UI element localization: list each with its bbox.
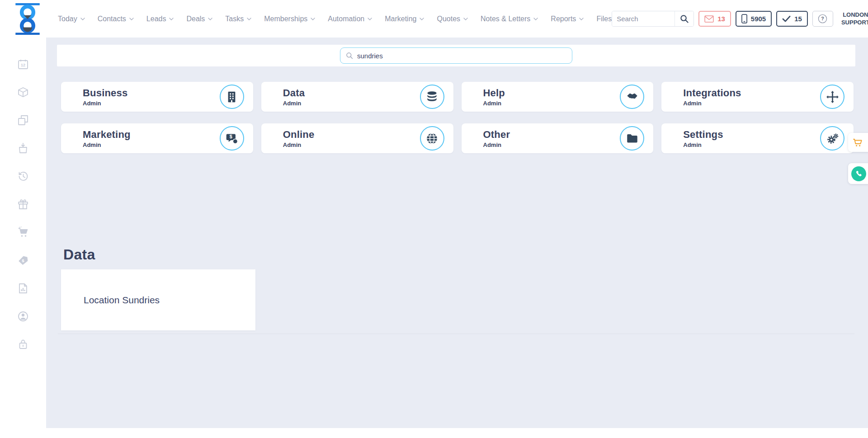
search-icon: [680, 14, 689, 23]
card-subtitle: Admin: [683, 141, 820, 148]
page-search-bar: [57, 45, 855, 66]
card-title: Marketing: [83, 129, 220, 141]
app-page: Today Contacts Leads Deals Tasks Members…: [0, 0, 868, 438]
phone-circle: [851, 166, 866, 181]
card-data[interactable]: Data Admin: [261, 82, 453, 112]
cart-widget-button[interactable]: [848, 133, 868, 152]
card-marketing[interactable]: Marketing Admin $: [61, 123, 253, 153]
global-search-input[interactable]: [612, 11, 675, 26]
history-icon[interactable]: [17, 170, 29, 182]
card-text: Data Admin: [283, 87, 420, 107]
body-row: 12 $: [0, 38, 868, 438]
admin-cards-grid: Business Admin Data Admin: [61, 82, 854, 153]
lock-icon[interactable]: [17, 339, 29, 350]
card-subtitle: Admin: [683, 100, 820, 107]
card-integrations[interactable]: Integrations Admin: [661, 82, 854, 112]
phone-icon: [855, 170, 863, 178]
database-icon: [420, 85, 444, 109]
card-title: Data: [283, 87, 420, 99]
global-search-box: [612, 11, 694, 27]
chevron-down-icon: [420, 18, 424, 20]
card-text: Other Admin: [483, 129, 620, 148]
globe-icon: [420, 126, 444, 151]
nav-label: Reports: [551, 15, 576, 23]
chevron-down-icon: [80, 18, 85, 20]
chevron-down-icon: [208, 18, 212, 20]
nav-item-deals[interactable]: Deals: [186, 15, 212, 23]
nav-item-files[interactable]: Files: [596, 15, 612, 23]
hourglass-logo-icon: [14, 3, 42, 35]
nav-label: Automation: [328, 15, 364, 23]
tasks-badge-button[interactable]: 15: [776, 11, 808, 27]
card-other[interactable]: Other Admin: [462, 123, 654, 153]
nav-item-memberships[interactable]: Memberships: [264, 15, 315, 23]
nav-item-leads[interactable]: Leads: [146, 15, 174, 23]
card-settings[interactable]: Settings Admin: [661, 123, 854, 153]
report-document-icon[interactable]: [17, 283, 29, 294]
card-title: Help: [483, 87, 620, 99]
card-title: Online: [283, 129, 420, 141]
mobile-phone-icon: [741, 14, 747, 24]
nav-item-quotes[interactable]: Quotes: [437, 15, 468, 23]
chevron-down-icon: [579, 18, 584, 20]
chevron-down-icon: [129, 18, 134, 20]
shopping-cart-icon[interactable]: [17, 226, 29, 238]
chevron-down-icon: [169, 18, 174, 20]
chevron-down-icon: [533, 18, 538, 20]
nav-item-marketing[interactable]: Marketing: [385, 15, 424, 23]
question-circle-icon: ?: [818, 14, 827, 24]
nav-item-today[interactable]: Today: [58, 15, 85, 23]
page-search-field: [340, 47, 572, 64]
card-business[interactable]: Business Admin: [61, 82, 253, 112]
gift-icon[interactable]: [17, 198, 29, 210]
card-text: Settings Admin: [683, 129, 820, 148]
comment-dollar-icon: $: [220, 126, 244, 151]
price-tag-dollar-icon[interactable]: $: [17, 254, 29, 266]
nav-item-reports[interactable]: Reports: [551, 15, 584, 23]
nav-item-tasks[interactable]: Tasks: [225, 15, 251, 23]
card-title: Business: [83, 87, 220, 99]
phone-badge-button[interactable]: 5905: [736, 11, 772, 27]
help-button[interactable]: ?: [812, 11, 833, 27]
card-text: Business Admin: [83, 87, 220, 107]
svg-text:$: $: [230, 134, 232, 139]
package-cube-icon[interactable]: [17, 86, 29, 98]
nav-label: Today: [58, 15, 77, 23]
nav-item-notes-letters[interactable]: Notes & Letters: [481, 15, 538, 23]
search-button[interactable]: [675, 11, 693, 26]
search-icon: [346, 52, 353, 59]
card-title: Integrations: [683, 87, 820, 99]
sidebar: 12 $: [0, 38, 46, 438]
search-result-item[interactable]: Location Sundries: [61, 269, 255, 330]
card-help[interactable]: Help Admin: [462, 82, 654, 112]
nav-label: Contacts: [98, 15, 126, 23]
section-heading: Data: [63, 246, 855, 263]
user-name[interactable]: LONDON SUPPORT: [841, 11, 868, 27]
duplicate-icon[interactable]: [17, 114, 29, 126]
nav-item-contacts[interactable]: Contacts: [98, 15, 134, 23]
nav-label: Quotes: [437, 15, 460, 23]
folder-icon: [620, 126, 644, 151]
chevron-down-icon: [368, 18, 372, 20]
card-text: Online Admin: [283, 129, 420, 148]
account-circle-icon[interactable]: [17, 311, 29, 322]
main-nav: Today Contacts Leads Deals Tasks Members…: [58, 15, 612, 23]
card-subtitle: Admin: [283, 100, 420, 107]
nav-label: Leads: [146, 15, 166, 23]
svg-text:$: $: [22, 258, 24, 263]
card-text: Help Admin: [483, 87, 620, 107]
mail-count: 13: [717, 15, 725, 23]
bag-receive-icon[interactable]: [17, 142, 29, 154]
call-widget-button[interactable]: [848, 163, 868, 184]
nav-item-automation[interactable]: Automation: [328, 15, 372, 23]
card-title: Other: [483, 129, 620, 141]
top-bar: Today Contacts Leads Deals Tasks Members…: [0, 0, 868, 38]
card-title: Settings: [683, 129, 820, 141]
page-search-input[interactable]: [357, 52, 566, 60]
user-name-line1: LONDON: [841, 11, 868, 19]
calendar-12-icon[interactable]: 12: [17, 58, 29, 70]
card-text: Integrations Admin: [683, 87, 820, 107]
card-online[interactable]: Online Admin: [261, 123, 453, 153]
mail-badge-button[interactable]: 13: [698, 11, 731, 27]
svg-text:12: 12: [21, 63, 25, 67]
